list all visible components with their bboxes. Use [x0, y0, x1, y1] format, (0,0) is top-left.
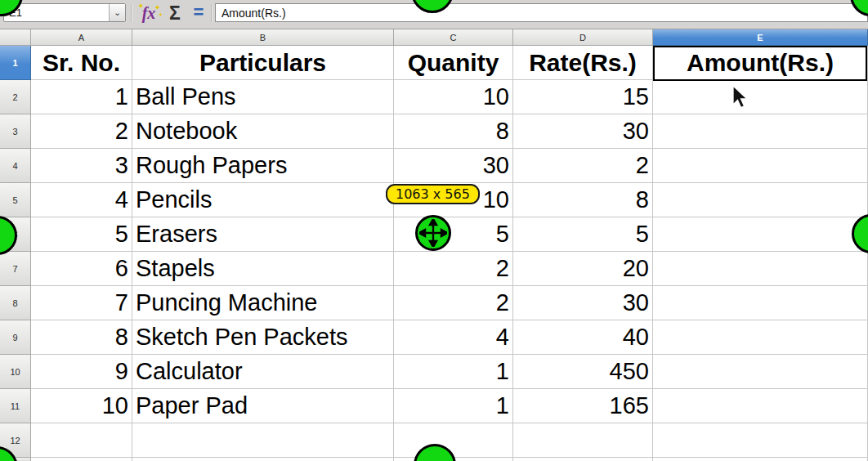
- cell-partial[interactable]: [653, 458, 868, 461]
- sparkle-icon: ✦: [154, 4, 160, 11]
- column-header-A[interactable]: A: [31, 29, 132, 46]
- cell-rate[interactable]: [513, 423, 653, 458]
- name-box[interactable]: E1: [4, 4, 109, 21]
- cell-sr-no[interactable]: 9: [31, 355, 132, 389]
- move-arrows-icon: [419, 219, 447, 247]
- row-header[interactable]: 9: [0, 320, 31, 355]
- move-cursor-marker: [415, 215, 451, 251]
- function-wizard-button[interactable]: ✦fx✦✦: [137, 2, 160, 25]
- name-box-wrap: E1 ⌄: [3, 3, 126, 22]
- cell-particulars[interactable]: Calculator: [132, 355, 394, 389]
- cell-D1[interactable]: Rate(Rs.): [513, 46, 653, 80]
- cell-amount[interactable]: [653, 114, 868, 149]
- toolbar-separator: [131, 4, 132, 22]
- formula-input-line[interactable]: Amount(Rs.): [215, 3, 868, 22]
- cell-quantity[interactable]: 1: [394, 355, 513, 389]
- function-wizard-icon: fx: [142, 4, 156, 23]
- column-header-B[interactable]: B: [132, 29, 394, 46]
- column-header-C[interactable]: C: [394, 29, 513, 46]
- cell-amount[interactable]: [653, 355, 868, 389]
- cell-sr-no[interactable]: 8: [31, 320, 132, 355]
- cell-sr-no[interactable]: 10: [31, 389, 132, 423]
- cell-particulars[interactable]: [132, 423, 394, 458]
- cell-sr-no[interactable]: 4: [31, 183, 132, 217]
- cell-quantity[interactable]: 5: [394, 217, 513, 252]
- cell-amount[interactable]: [653, 183, 868, 217]
- cell-sr-no[interactable]: 7: [31, 286, 132, 320]
- row-header[interactable]: 8: [0, 286, 31, 320]
- cell-rate[interactable]: 15: [513, 80, 653, 114]
- cell-sr-no[interactable]: 6: [31, 252, 132, 286]
- cell-rate[interactable]: 8: [513, 183, 653, 217]
- cell-particulars[interactable]: Pencils: [132, 183, 394, 217]
- mouse-cursor-icon: [732, 85, 749, 110]
- column-header-E-selected[interactable]: E: [653, 29, 868, 46]
- cell-rate[interactable]: 40: [513, 320, 653, 355]
- sum-button[interactable]: Σ: [165, 2, 185, 25]
- cell-partial[interactable]: [513, 458, 653, 461]
- cell-particulars[interactable]: Rough Papers: [132, 149, 394, 183]
- cell-rate[interactable]: 165: [513, 389, 653, 423]
- select-all-corner[interactable]: [0, 29, 31, 46]
- row-header-1-selected[interactable]: 1: [0, 46, 31, 80]
- cell-rate[interactable]: 20: [513, 252, 653, 286]
- row-header[interactable]: 2: [0, 80, 31, 114]
- cell-amount[interactable]: [653, 320, 868, 355]
- cell-quantity[interactable]: 2: [394, 286, 513, 320]
- cell-sr-no[interactable]: 2: [31, 114, 132, 149]
- formula-button[interactable]: =: [190, 2, 208, 25]
- row-header[interactable]: 7: [0, 252, 31, 286]
- window-size-tooltip: 1063 x 565: [386, 184, 480, 204]
- cell-quantity[interactable]: 4: [394, 320, 513, 355]
- row-header[interactable]: 4: [0, 149, 31, 183]
- cell-rate[interactable]: 2: [513, 149, 653, 183]
- cell-sr-no[interactable]: 3: [31, 149, 132, 183]
- row-header[interactable]: 10: [0, 355, 31, 389]
- cell-particulars[interactable]: Stapels: [132, 252, 394, 286]
- cell-amount[interactable]: [653, 286, 868, 320]
- cell-rate[interactable]: 30: [513, 114, 653, 149]
- cell-particulars[interactable]: Puncing Machine: [132, 286, 394, 320]
- cell-particulars[interactable]: Notebook: [132, 114, 394, 149]
- cell-particulars[interactable]: Sketch Pen Packets: [132, 320, 394, 355]
- sparkle-icon: ✦: [159, 11, 163, 17]
- cell-amount[interactable]: [653, 389, 868, 423]
- cell-E1-active[interactable]: Amount(Rs.): [653, 46, 868, 80]
- sigma-icon: Σ: [169, 2, 181, 25]
- cell-amount[interactable]: [653, 80, 868, 114]
- cell-A1[interactable]: Sr. No.: [31, 46, 132, 80]
- cell-particulars[interactable]: Erasers: [132, 217, 394, 252]
- cell-amount[interactable]: [653, 217, 868, 252]
- chevron-down-icon: ⌄: [114, 7, 121, 18]
- cell-particulars[interactable]: Ball Pens: [132, 80, 394, 114]
- cell-quantity[interactable]: 2: [394, 252, 513, 286]
- cell-sr-no[interactable]: 5: [31, 217, 132, 252]
- column-header-D[interactable]: D: [513, 29, 653, 46]
- cell-particulars[interactable]: Paper Pad: [132, 389, 394, 423]
- row-header[interactable]: 5: [0, 183, 31, 217]
- cell-C1[interactable]: Quanity: [394, 46, 513, 80]
- cell-B1[interactable]: Particulars: [132, 46, 394, 80]
- cell-partial[interactable]: [31, 458, 132, 461]
- cell-amount[interactable]: [653, 423, 868, 458]
- cell-quantity[interactable]: 1: [394, 389, 513, 423]
- cell-sr-no[interactable]: [31, 423, 132, 458]
- cell-quantity[interactable]: 30: [394, 149, 513, 183]
- sparkle-icon: ✦: [138, 2, 144, 10]
- row-header[interactable]: 3: [0, 114, 31, 149]
- spreadsheet-window: E1 ⌄ ✦fx✦✦ Σ = Amount(Rs.) A B C D E 1 S…: [0, 0, 868, 461]
- cell-rate[interactable]: 30: [513, 286, 653, 320]
- equals-icon: =: [194, 2, 204, 23]
- cell-partial[interactable]: [132, 458, 394, 461]
- toolbar-separator: [211, 4, 212, 22]
- cell-quantity[interactable]: [394, 423, 513, 458]
- cell-amount[interactable]: [653, 252, 868, 286]
- name-box-dropdown-button[interactable]: ⌄: [109, 4, 125, 21]
- cell-sr-no[interactable]: 1: [31, 80, 132, 114]
- cell-rate[interactable]: 450: [513, 355, 653, 389]
- cell-amount[interactable]: [653, 149, 868, 183]
- cell-quantity[interactable]: 10: [394, 80, 513, 114]
- row-header[interactable]: 11: [0, 389, 31, 423]
- cell-quantity[interactable]: 8: [394, 114, 513, 149]
- cell-rate[interactable]: 5: [513, 217, 653, 252]
